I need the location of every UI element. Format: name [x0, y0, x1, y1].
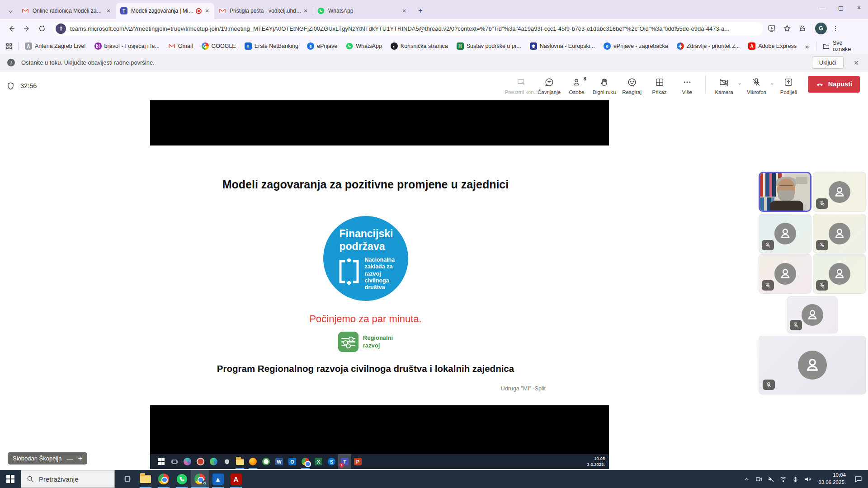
hangup-icon [816, 80, 824, 89]
participant-tile[interactable] [813, 254, 866, 294]
mic-muted-badge [762, 280, 774, 291]
forward-button[interactable] [20, 22, 33, 35]
more-button[interactable]: Više [674, 75, 700, 97]
bookmark-adobe-express[interactable]: AAdobe Express [748, 42, 797, 50]
zdravlje-favicon: ✚ [677, 42, 684, 50]
people-button[interactable]: 8 Osobe [564, 75, 590, 97]
avatar [774, 263, 796, 285]
antena-favicon: A [25, 42, 32, 50]
camera-in-use-icon[interactable] [755, 475, 763, 483]
acrobat-button[interactable]: A [227, 470, 245, 488]
extensions-icon[interactable] [796, 22, 809, 35]
bookmark-naslovna[interactable]: ✱Naslovna - Europski... [530, 42, 595, 50]
camera-button[interactable]: Kamera [711, 75, 737, 97]
shield-app-icon [220, 454, 233, 469]
url-text: teams.microsoft.com/v2/?meetingjoin=true… [70, 25, 729, 32]
bookmark-bravo[interactable]: b!bravo! - I osjećaj i fe... [94, 42, 160, 50]
start-button[interactable] [0, 470, 21, 488]
scanner-app-button[interactable]: ▲ [209, 470, 227, 488]
microphone-tray-icon[interactable] [791, 476, 799, 483]
maximize-button[interactable]: ▢ [832, 1, 850, 14]
chat-button[interactable]: Čavrljanje [536, 75, 562, 97]
participant-tile[interactable] [813, 214, 866, 253]
bookmark-sustav[interactable]: HSustav podrške u pr... [457, 42, 521, 50]
tab-close-icon[interactable]: ✕ [203, 7, 211, 14]
tab-search-chevron-icon[interactable] [4, 4, 17, 19]
tab-gmail-inbox[interactable]: Pristigla pošta - voditelj.uhddr@ ✕ [214, 3, 313, 19]
sustav-favicon: H [457, 42, 464, 50]
speaker-muted-icon[interactable] [767, 475, 775, 483]
microphone-permission-icon[interactable] [56, 23, 66, 34]
cast-save-icon[interactable] [765, 22, 778, 35]
zoom-out-icon[interactable]: — [66, 455, 73, 462]
bookmark-whatsapp[interactable]: WhatsApp [346, 42, 382, 50]
tab-close-icon[interactable]: ✕ [401, 7, 408, 14]
new-tab-button[interactable]: + [414, 5, 427, 17]
bookmark-korisnicka[interactable]: ◐Korisnička stranica [391, 42, 448, 50]
all-bookmarks-button[interactable]: Sve oznake [823, 40, 862, 52]
tab-gmail-radionica[interactable]: Online radionica Modeli zagova ✕ [17, 3, 116, 19]
browser-toolbar: teams.microsoft.com/v2/?meetingjoin=true… [0, 19, 868, 38]
close-window-button[interactable]: ✕ [850, 1, 868, 14]
dismiss-notification-icon[interactable]: ✕ [852, 59, 861, 66]
bookmarks-overflow-icon[interactable]: » [805, 42, 809, 50]
taskbar-search[interactable]: Pretraživanje [21, 470, 115, 488]
profile-avatar[interactable]: G [815, 23, 827, 34]
wifi-icon[interactable] [779, 475, 787, 483]
tray-expand-chevron-icon[interactable] [742, 476, 750, 482]
view-button[interactable]: Prikaz [646, 75, 672, 97]
camera-options-chevron-icon[interactable]: ⌄ [738, 80, 741, 92]
participant-tile[interactable] [787, 296, 838, 333]
back-button[interactable] [5, 22, 18, 35]
mic-options-chevron-icon[interactable]: ⌄ [770, 80, 774, 92]
gmail-icon [168, 42, 175, 50]
mic-muted-badge [763, 380, 775, 390]
minimize-button[interactable]: — [814, 1, 832, 14]
chrome-button[interactable] [155, 470, 173, 488]
share-button[interactable]: Podijeli [776, 75, 802, 97]
tab-teams-meeting[interactable]: T Modeli zagovaranja | Micros ✕ [116, 3, 214, 19]
chrome-profile-button[interactable]: G [191, 470, 209, 488]
tab-whatsapp[interactable]: WhatsApp ✕ [313, 3, 411, 19]
volume-icon[interactable] [803, 475, 811, 483]
whatsapp-icon [176, 474, 188, 485]
tab-close-icon[interactable]: ✕ [105, 7, 112, 14]
zoom-in-icon[interactable]: + [78, 455, 82, 463]
bookmark-zdravlje[interactable]: ✚Zdravlje - prioritet z... [677, 42, 740, 50]
reload-button[interactable] [35, 22, 49, 35]
meeting-timer: 32:56 [6, 82, 37, 90]
participant-tile[interactable] [759, 214, 811, 253]
participant-tile[interactable] [759, 336, 866, 394]
microphone-button[interactable]: Mikrofon [743, 75, 769, 97]
teams-notification-badge: 1 [339, 463, 344, 468]
bookmark-eprijave-zagrebacka[interactable]: eePrijave - zagrebačka [604, 42, 668, 50]
task-view-button[interactable] [118, 470, 137, 488]
raise-hand-button[interactable]: Digni ruku [591, 75, 617, 97]
participant-panel [759, 172, 866, 398]
taskbar-clock[interactable]: 10:04 03.06.2025. [818, 472, 846, 486]
bookmark-star-icon[interactable] [780, 22, 794, 35]
participant-tile[interactable] [759, 254, 811, 294]
participant-video-tile[interactable] [759, 172, 811, 212]
download-control-button[interactable]: Preuzmi kon... [509, 75, 534, 97]
copilot-icon [181, 454, 194, 469]
bookmark-erste[interactable]: ≡Erste NetBanking [245, 42, 298, 50]
leave-meeting-button[interactable]: Napusti [808, 76, 860, 93]
apps-grid-icon[interactable] [6, 43, 12, 49]
mic-muted-badge [790, 320, 802, 330]
avatar [774, 223, 796, 244]
whatsapp-button[interactable] [173, 470, 191, 488]
participant-tile[interactable] [813, 172, 866, 212]
shared-screen-stage: Modeli zagovaranja za pozitivne promjene… [150, 100, 609, 469]
bookmark-antena[interactable]: AAntena Zagreb Live! [25, 42, 86, 50]
notification-center-icon[interactable] [853, 475, 863, 483]
enable-notifications-button[interactable]: Uključi [812, 56, 844, 69]
bookmark-eprijave[interactable]: eePrijave [307, 42, 337, 50]
bookmark-google[interactable]: GGOOGLE [202, 42, 236, 50]
file-explorer-button[interactable] [137, 470, 155, 488]
chrome-menu-icon[interactable] [829, 22, 842, 35]
address-bar[interactable]: teams.microsoft.com/v2/?meetingjoin=true… [53, 22, 763, 36]
tab-close-icon[interactable]: ✕ [302, 7, 309, 14]
bookmark-gmail[interactable]: Gmail [168, 42, 193, 50]
react-button[interactable]: Reagiraj [619, 75, 645, 97]
